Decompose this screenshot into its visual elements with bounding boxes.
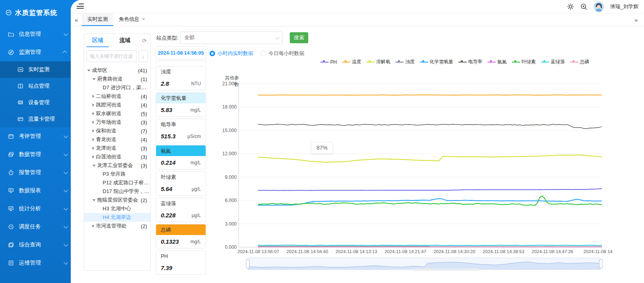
- filter-sort-button[interactable]: ↓: [138, 50, 148, 62]
- tree-node[interactable]: 府青路街道(1): [84, 75, 150, 83]
- tree-node[interactable]: 二仙桥街道(4): [84, 92, 150, 101]
- tree-node[interactable]: 保和街道(7): [84, 127, 150, 135]
- sidebar-item-8[interactable]: 综合查询: [0, 236, 73, 254]
- chevron-down-icon: [64, 188, 68, 192]
- tab-0[interactable]: 实时监测: [82, 13, 113, 26]
- legend-item[interactable]: 化学需氧量: [420, 59, 453, 65]
- caret-down-icon[interactable]: [87, 70, 90, 72]
- tree-node[interactable]: 龙潭街道(3): [84, 144, 150, 153]
- sidebar-item-6[interactable]: 统计分析: [0, 200, 73, 218]
- caret-right-icon[interactable]: [92, 138, 94, 141]
- sidebar-subitem-label: 实时监测: [28, 66, 67, 73]
- query-icon: [8, 242, 14, 248]
- reading-value-row: 0.214mg/L: [156, 156, 206, 169]
- sidebar-subitem-1-0[interactable]: 实时监测: [0, 61, 73, 78]
- reading-unit: μg/L: [191, 213, 201, 218]
- radio-1[interactable]: 今日每小时数据: [261, 50, 304, 57]
- tabs-scroll-right[interactable]: »: [631, 17, 642, 23]
- tree-filter-input[interactable]: [86, 50, 137, 62]
- sidebar-item-4[interactable]: 报警管理: [0, 164, 73, 182]
- reading-card: 电导率515.3μS/cm: [156, 119, 206, 143]
- tree-node[interactable]: P3 华月路: [84, 170, 150, 178]
- reading-value-row: 7.39: [156, 261, 206, 274]
- tree-node[interactable]: 双水碾街道(5): [84, 109, 150, 118]
- y-axis-tick: 15.000: [220, 128, 237, 133]
- tree-node[interactable]: D7 进沙河口，渠水路: [84, 83, 150, 92]
- search-button[interactable]: 搜索: [290, 32, 308, 43]
- tab-basin[interactable]: 流域: [111, 34, 138, 47]
- legend-item[interactable]: 总磷: [570, 59, 589, 65]
- sidebar-item-2[interactable]: 考评管理: [0, 127, 73, 145]
- sidebar-subitem-1-1[interactable]: 站点管理: [0, 78, 73, 94]
- legend-marker-icon: [512, 62, 520, 62]
- caret-right-icon[interactable]: [92, 147, 94, 150]
- tree-node[interactable]: H4 北湖岸边: [84, 213, 150, 222]
- legend-item[interactable]: 蓝绿藻: [541, 59, 565, 65]
- reading-timestamp[interactable]: 2024-11-08 14:56:05: [156, 46, 206, 59]
- radio-selected-icon[interactable]: [210, 51, 215, 56]
- chevron-down-icon: [275, 35, 279, 39]
- x-axis-tick: 2024-11-08 14:04:40: [287, 249, 328, 254]
- horizontal-scrollbar[interactable]: [414, 268, 479, 271]
- tree-node-count: (1): [141, 76, 147, 82]
- zoom-in-icon[interactable]: [580, 3, 587, 10]
- radio-unselected-icon[interactable]: [261, 51, 266, 56]
- tree-node-count: (3): [141, 145, 147, 151]
- tree-node[interactable]: 青龙街道(4): [84, 135, 150, 144]
- tree-node[interactable]: 白莲池街道(3): [84, 153, 150, 161]
- legend-item[interactable]: 溶解氧: [366, 59, 390, 65]
- sidebar-subitem-1-3[interactable]: 流量卡管理: [0, 111, 73, 127]
- radio-0[interactable]: 小时内实时数据: [210, 50, 253, 57]
- tree-node[interactable]: D17 院山中学旁，龙潭...: [84, 187, 150, 196]
- sidebar-item-1[interactable]: 监测管理: [0, 43, 73, 61]
- reading-value: 515.3: [161, 133, 176, 140]
- reading-label: 蓝绿藻: [156, 198, 206, 209]
- tree-node[interactable]: 龙潭工业管委会(3): [84, 161, 150, 170]
- sidebar-item-7[interactable]: 调度任务: [0, 218, 73, 236]
- book-icon: [17, 83, 24, 89]
- sidebar-subitem-label: 站点管理: [28, 83, 67, 90]
- sidebar-item-3[interactable]: 数据管理: [0, 145, 73, 164]
- caret-right-icon[interactable]: [92, 129, 94, 132]
- close-icon[interactable]: ×: [142, 16, 145, 22]
- legend-marker-icon: [541, 62, 549, 62]
- legend-item[interactable]: 电导率: [458, 59, 482, 65]
- tree-node[interactable]: P12 成宏路口子桥下右...: [84, 178, 150, 187]
- tree-node[interactable]: 市河道管理处(2): [84, 222, 150, 230]
- caret-down-icon[interactable]: [92, 78, 96, 80]
- caret-down-icon[interactable]: [92, 165, 96, 167]
- caret-down-icon[interactable]: [92, 199, 96, 201]
- caret-right-icon[interactable]: [92, 103, 94, 107]
- tree-node[interactable]: 熊猫度假区管委会(2): [84, 196, 150, 204]
- sidebar-item-0[interactable]: 信息管理: [0, 25, 73, 43]
- tabs-scroll-left[interactable]: «: [71, 17, 82, 23]
- refresh-icon[interactable]: ⟳: [138, 37, 150, 44]
- brightness-icon[interactable]: [567, 3, 574, 10]
- caret-right-icon[interactable]: [92, 95, 94, 98]
- tab-1[interactable]: 角色信息×: [113, 13, 151, 26]
- station-type-select[interactable]: 全部: [180, 31, 282, 44]
- tree-node[interactable]: H3 北湖中心: [84, 204, 150, 213]
- clock-icon: [8, 224, 14, 230]
- legend-item[interactable]: PH: [320, 59, 337, 65]
- legend-item[interactable]: 叶绿素: [512, 59, 536, 65]
- legend-item[interactable]: 温度: [342, 59, 361, 65]
- tab-region[interactable]: 区域: [84, 34, 111, 47]
- datazoom-handle-right[interactable]: [599, 259, 602, 268]
- tree-node[interactable]: 跳蹬河街道(4): [84, 101, 150, 109]
- caret-right-icon[interactable]: [92, 121, 94, 124]
- legend-item[interactable]: 氨氮: [488, 59, 507, 65]
- sidebar-item-5[interactable]: 数据报表: [0, 182, 73, 200]
- caret-right-icon[interactable]: [92, 224, 94, 228]
- tree-node[interactable]: 万年场街道(3): [84, 118, 150, 127]
- sidebar-subitem-1-2[interactable]: 设备管理: [0, 94, 73, 111]
- caret-right-icon[interactable]: [92, 155, 94, 158]
- avatar[interactable]: [594, 2, 604, 12]
- caret-right-icon[interactable]: [92, 112, 94, 115]
- legend-item[interactable]: 浊度: [396, 59, 415, 65]
- username[interactable]: 博瑞_刘学辉: [610, 3, 638, 10]
- collapse-menu-icon[interactable]: [77, 4, 84, 9]
- sidebar-item-9[interactable]: 运维管理: [0, 254, 73, 272]
- datazoom-handle-left[interactable]: [246, 259, 249, 268]
- tree-node[interactable]: 成华区(41): [84, 66, 150, 75]
